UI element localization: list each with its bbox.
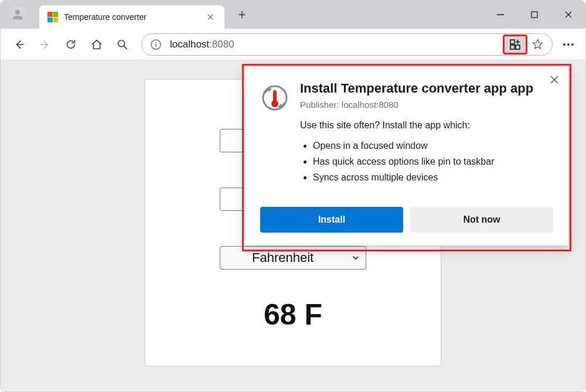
site-info-icon[interactable]	[150, 39, 162, 50]
popup-subhead: Use this site often? Install the app whi…	[300, 120, 553, 131]
tab-search-button[interactable]	[110, 33, 135, 56]
profile-button[interactable]	[9, 6, 26, 23]
svg-point-11	[271, 100, 278, 107]
minimize-button[interactable]	[483, 1, 517, 29]
favorite-button[interactable]	[526, 38, 548, 50]
unit-select-value: Fahrenheit	[252, 250, 314, 265]
popup-benefit-item: Has quick access options like pin to tas…	[313, 154, 553, 169]
arrow-left-icon	[13, 38, 26, 51]
arrow-right-icon	[39, 38, 52, 51]
browser-tab[interactable]: Temperature converter	[39, 5, 224, 29]
back-button[interactable]	[6, 33, 32, 56]
svg-rect-4	[510, 40, 515, 44]
app-logo-icon	[260, 83, 289, 113]
tab-close-button[interactable]	[205, 11, 216, 23]
app-install-icon	[509, 39, 521, 50]
svg-rect-6	[516, 45, 520, 49]
svg-point-1	[118, 40, 125, 46]
popup-benefits-list: Opens in a focused window Has quick acce…	[300, 138, 553, 186]
address-bar[interactable]: localhost:8080	[141, 33, 553, 56]
microsoft-favicon-icon	[47, 12, 58, 22]
search-icon	[116, 38, 129, 51]
popup-benefit-item: Syncs across multiple devices	[313, 169, 553, 185]
refresh-button[interactable]	[58, 33, 84, 56]
home-icon	[90, 38, 103, 51]
star-icon	[532, 38, 544, 50]
window-controls	[483, 1, 585, 29]
not-now-button[interactable]: Not now	[410, 207, 553, 233]
chevron-down-icon	[352, 254, 360, 262]
maximize-button[interactable]	[517, 1, 551, 29]
url-text: localhost:8080	[170, 39, 234, 50]
not-now-button-label: Not now	[463, 214, 500, 225]
install-app-button[interactable]	[504, 36, 526, 53]
titlebar: Temperature converter	[1, 1, 585, 29]
conversion-result: 68 F	[162, 298, 424, 332]
popup-title: Install Temperature converter app app	[300, 81, 553, 96]
popup-benefit-item: Opens in a focused window	[313, 138, 553, 154]
browser-toolbar: localhost:8080	[1, 29, 585, 60]
popup-publisher: Publisher: localhost:8080	[300, 100, 553, 110]
settings-menu-button[interactable]	[557, 43, 580, 46]
close-icon	[206, 13, 214, 21]
close-icon	[564, 11, 573, 19]
forward-button[interactable]	[32, 33, 58, 56]
close-window-button[interactable]	[551, 1, 585, 29]
plus-icon	[237, 10, 247, 19]
install-app-popup: Install Temperature converter app app Pu…	[244, 66, 569, 246]
svg-point-3	[155, 42, 156, 43]
popup-close-button[interactable]	[548, 74, 560, 86]
home-button[interactable]	[84, 33, 110, 56]
svg-rect-5	[510, 45, 515, 49]
minimize-icon	[496, 11, 505, 19]
close-icon	[550, 75, 559, 84]
maximize-icon	[530, 11, 539, 19]
person-icon	[11, 8, 24, 21]
install-button-label: Install	[318, 214, 345, 225]
url-host: localhost	[170, 39, 209, 50]
unit-select[interactable]: Fahrenheit	[220, 246, 366, 270]
url-port: :8080	[209, 39, 234, 50]
tab-title: Temperature converter	[64, 12, 205, 22]
refresh-icon	[64, 38, 77, 51]
install-button[interactable]: Install	[260, 207, 403, 233]
dots-icon	[563, 43, 565, 46]
new-tab-button[interactable]	[235, 8, 249, 22]
svg-rect-0	[532, 12, 537, 18]
